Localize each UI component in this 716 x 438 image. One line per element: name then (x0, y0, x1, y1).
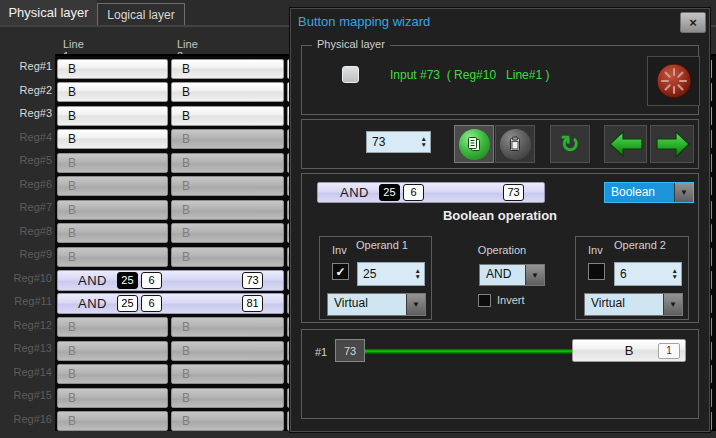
mapping-source-box[interactable]: 73 (335, 339, 365, 362)
reg2-line1-button[interactable]: B (57, 82, 168, 102)
operand1-spinner: ▲ ▼ (415, 263, 421, 285)
chevron-down-icon[interactable]: ▼ (525, 265, 544, 285)
operand1-value-box: 25 (379, 184, 400, 201)
chevron-down-icon[interactable]: ▼ (406, 294, 425, 315)
reg2-line2-button[interactable]: B (171, 82, 284, 102)
reg7-line2-button[interactable]: B (171, 200, 284, 220)
dialog-title: Button mapping wizard (298, 14, 430, 29)
button-mapping-wizard-dialog: Button mapping wizard × Physical layer I… (290, 8, 710, 432)
function-type-dropdown[interactable]: Boolean ▼ (604, 182, 694, 203)
reg8-line2-button[interactable]: B (171, 223, 284, 243)
register-label: Reg#12 (0, 314, 52, 338)
mapping-target-button[interactable]: B 1 (572, 339, 686, 362)
and-operator-label: AND (78, 296, 107, 311)
reg9-line1-button[interactable]: B (57, 247, 168, 267)
operand1-source-dropdown[interactable]: Virtual ▼ (327, 293, 426, 316)
reg3-line1-button[interactable]: B (57, 106, 168, 126)
previous-button[interactable] (604, 125, 647, 163)
operand2-spinner: ▲ ▼ (672, 263, 678, 285)
operand1-value-box: 25 (117, 272, 138, 289)
register-label: Reg#5 (0, 149, 52, 173)
operand2-invert-checkbox[interactable] (588, 263, 605, 280)
reg10-and-expression-button[interactable]: AND 25 6 73 (57, 270, 284, 291)
result-value-box: 73 (242, 272, 263, 289)
operation-value: AND (480, 265, 525, 285)
operand2-value-box: 6 (141, 272, 162, 289)
reg3-line2-button[interactable]: B (171, 106, 284, 126)
operand2-number-value: 6 (620, 267, 627, 281)
reg9-line2-button[interactable]: B (171, 247, 284, 267)
reg6-line2-button[interactable]: B (171, 176, 284, 196)
physical-layer-group-label: Physical layer (312, 38, 390, 50)
reg4-line1-button[interactable]: B (57, 129, 168, 149)
register-label: Reg#6 (0, 173, 52, 197)
reg12-line1-button[interactable]: B (57, 317, 168, 337)
expression-preview-button[interactable]: AND 25 6 73 (317, 182, 545, 203)
reg11-and-expression-button[interactable]: AND 25 6 81 (57, 293, 284, 314)
reg7-line1-button[interactable]: B (57, 200, 168, 220)
input-description-text: Input #73 ( Reg#10 Line#1 ) (390, 68, 549, 82)
arrow-right-icon (654, 129, 691, 159)
reg13-line2-button[interactable]: B (171, 341, 284, 361)
input-number-value: 73 (372, 135, 385, 149)
spinner-down-icon[interactable]: ▼ (415, 274, 421, 280)
arrow-left-icon (608, 130, 644, 158)
next-button[interactable] (650, 125, 694, 163)
mapping-target-label: B (625, 343, 634, 358)
app-window: Physical layer Logical layer Line 1 Line… (0, 0, 716, 438)
paste-button[interactable] (495, 125, 535, 163)
chevron-down-icon[interactable]: ▼ (663, 294, 682, 315)
reg15-line2-button[interactable]: B (171, 388, 284, 408)
reg13-line1-button[interactable]: B (57, 341, 168, 361)
operand2-source-dropdown[interactable]: Virtual ▼ (584, 293, 683, 316)
refresh-button[interactable]: ↻ (550, 125, 590, 163)
paste-icon (500, 129, 531, 160)
register-label: Reg#11 (0, 290, 52, 314)
mapping-diagram-group: #1 73 B 1 (301, 329, 699, 419)
spinner-down-icon[interactable]: ▼ (672, 274, 678, 280)
chevron-down-icon[interactable]: ▼ (674, 183, 693, 202)
reg16-line2-button[interactable]: B (171, 411, 284, 431)
boolean-operation-group: AND 25 6 73 Boolean ▼ Boolean operation … (301, 173, 699, 323)
mapping-wire (365, 349, 572, 354)
register-label: Reg#9 (0, 243, 52, 267)
close-icon[interactable]: × (680, 12, 706, 33)
operand2-panel: Inv Operand 2 6 ▲ ▼ Virtual ▼ (575, 236, 689, 320)
operand2-number-field[interactable]: 6 ▲ ▼ (614, 262, 682, 286)
operand1-invert-checkbox[interactable]: ✓ (332, 263, 349, 280)
tab-physical-layer[interactable]: Physical layer (0, 0, 97, 25)
reg12-line2-button[interactable]: B (171, 317, 284, 337)
register-label: Reg#15 (0, 384, 52, 408)
input-state-checkbox[interactable] (342, 66, 359, 83)
input-number-field[interactable]: 73 ▲ ▼ (366, 131, 431, 153)
reg14-line2-button[interactable]: B (171, 364, 284, 384)
spinner-down-icon[interactable]: ▼ (421, 142, 427, 148)
operand1-panel: Inv Operand 1 ✓ 25 ▲ ▼ Virtual ▼ (319, 236, 432, 320)
operand1-number-field[interactable]: 25 ▲ ▼ (357, 262, 425, 286)
reg1-line1-button[interactable]: B (57, 59, 168, 79)
reg15-line1-button[interactable]: B (57, 388, 168, 408)
register-label: Reg#16 (0, 408, 52, 432)
red-indicator-icon[interactable] (655, 62, 693, 100)
register-label: Reg#7 (0, 196, 52, 220)
reg6-line1-button[interactable]: B (57, 176, 168, 196)
mapping-target-line-badge: 1 (658, 343, 680, 359)
invert-result-checkbox[interactable] (478, 294, 491, 307)
result-value-box: 73 (503, 184, 524, 201)
reg5-line2-button[interactable]: B (171, 153, 284, 173)
reg14-line1-button[interactable]: B (57, 364, 168, 384)
reg16-line1-button[interactable]: B (57, 411, 168, 431)
operation-dropdown[interactable]: AND ▼ (479, 264, 545, 286)
mapping-index-label: #1 (315, 346, 327, 358)
copy-button[interactable] (454, 125, 494, 163)
register-label: Reg#14 (0, 361, 52, 385)
result-value-box: 81 (242, 295, 263, 312)
operand1-value-box: 25 (117, 295, 138, 312)
reg4-line2-button[interactable]: B (171, 129, 284, 149)
reg8-line1-button[interactable]: B (57, 223, 168, 243)
reg1-line2-button[interactable]: B (171, 59, 284, 79)
register-label: Reg#10 (0, 267, 52, 291)
tab-logical-layer[interactable]: Logical layer (97, 3, 185, 25)
reg5-line1-button[interactable]: B (57, 153, 168, 173)
input-number-spinner: ▲ ▼ (421, 132, 427, 152)
